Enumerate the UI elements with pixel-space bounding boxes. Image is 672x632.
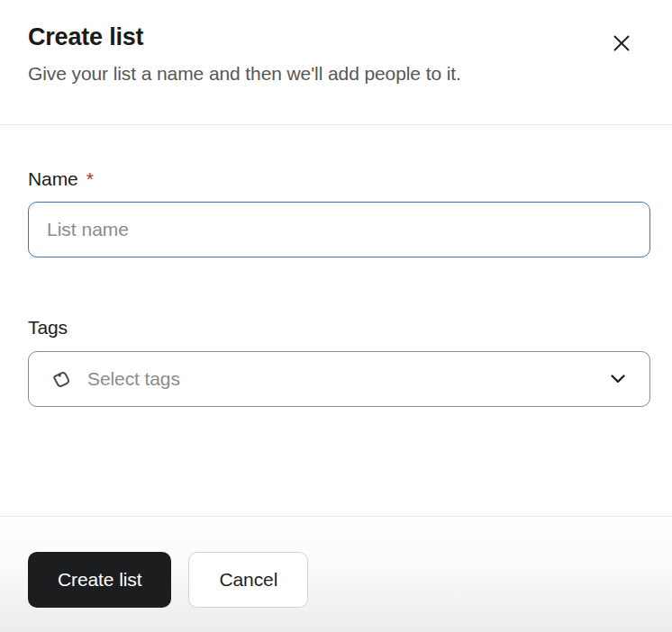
tags-field-label-row: Tags: [28, 317, 650, 339]
close-button[interactable]: [607, 29, 636, 58]
create-list-button[interactable]: Create list: [28, 552, 171, 608]
name-field-label: Name: [28, 168, 78, 190]
create-list-modal: Create list Give your list a name and th…: [0, 0, 672, 632]
tags-select-placeholder: Select tags: [87, 368, 606, 390]
close-icon: [610, 32, 633, 55]
list-name-input[interactable]: [28, 202, 650, 257]
modal-footer: Create list Cancel: [0, 516, 672, 632]
tags-field-label: Tags: [28, 317, 68, 339]
page-title: Create list: [28, 22, 600, 52]
required-asterisk: *: [86, 168, 94, 190]
modal-header: Create list Give your list a name and th…: [0, 0, 672, 125]
name-field-label-row: Name *: [28, 168, 650, 190]
chevron-down-icon: [606, 367, 630, 391]
tags-select[interactable]: Select tags: [28, 351, 650, 407]
cancel-button[interactable]: Cancel: [188, 552, 308, 608]
modal-body: Name * Tags Select tags: [0, 125, 672, 516]
tag-icon: [50, 367, 74, 392]
modal-subtitle: Give your list a name and then we'll add…: [28, 61, 600, 86]
